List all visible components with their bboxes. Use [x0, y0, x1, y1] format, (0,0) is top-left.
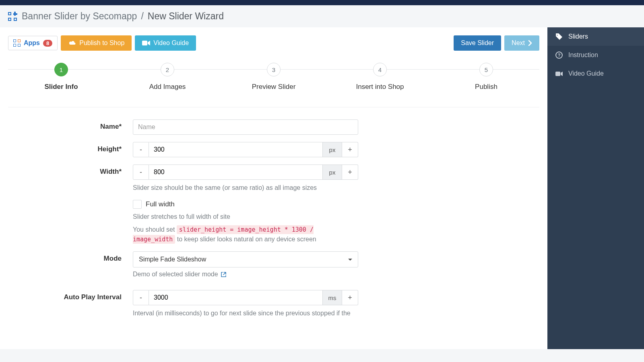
- breadcrumb-app[interactable]: Banner Slider by Secomapp: [22, 11, 137, 22]
- video-icon: [555, 71, 563, 76]
- autoplay-help: Interval (in milliseconds) to go for nex…: [133, 309, 358, 318]
- chevron-right-icon: [528, 40, 532, 46]
- svg-rect-0: [142, 41, 147, 45]
- save-label: Save Slider: [461, 39, 494, 47]
- help-icon: ?: [555, 51, 563, 59]
- cloud-icon: [68, 40, 76, 46]
- height-unit: px: [323, 142, 342, 157]
- autoplay-input[interactable]: [149, 290, 323, 305]
- toolbar: Apps 8 Publish to Shop Video Guide Save …: [8, 35, 539, 51]
- next-button[interactable]: Next: [504, 35, 539, 51]
- mode-demo-link[interactable]: Demo of selected slider mode: [133, 271, 358, 278]
- form-area: Name* Height* - px + Width*: [8, 107, 539, 318]
- name-input[interactable]: [133, 119, 358, 135]
- wizard-stepper: 1 Slider Info 2 Add Images 3 Preview Sli…: [8, 63, 539, 91]
- step-publish[interactable]: 5 Publish: [433, 63, 539, 91]
- mode-value: Simple Fade Slideshow: [139, 256, 206, 263]
- publish-button[interactable]: Publish to Shop: [61, 35, 132, 51]
- step-number: 4: [373, 63, 387, 76]
- step-slider-info[interactable]: 1 Slider Info: [8, 63, 114, 91]
- save-slider-button[interactable]: Save Slider: [454, 35, 501, 51]
- sidebar-item-label: Instruction: [568, 51, 598, 59]
- step-number: 2: [161, 63, 174, 76]
- video-icon: [142, 40, 150, 46]
- svg-rect-3: [555, 72, 560, 76]
- sidebar-item-label: Sliders: [568, 33, 588, 40]
- autoplay-decrement-button[interactable]: -: [133, 290, 149, 305]
- next-label: Next: [512, 39, 525, 47]
- right-sidebar: Sliders ? Instruction Video Guide: [547, 27, 644, 349]
- step-label: Add Images: [114, 83, 221, 91]
- step-preview-slider[interactable]: 3 Preview Slider: [221, 63, 327, 91]
- tag-icon: [555, 33, 563, 40]
- top-window-bar: [0, 0, 644, 5]
- autoplay-label: Auto Play Interval: [8, 290, 133, 301]
- apps-badge: 8: [43, 40, 52, 47]
- width-help: Slider size should be the same (or same …: [133, 183, 358, 193]
- video-guide-button[interactable]: Video Guide: [135, 35, 196, 51]
- width-decrement-button[interactable]: -: [133, 165, 149, 180]
- publish-label: Publish to Shop: [79, 39, 124, 47]
- sidebar-item-video-guide[interactable]: Video Guide: [547, 64, 644, 83]
- step-insert-into-shop[interactable]: 4 Insert into Shop: [327, 63, 433, 91]
- external-link-icon: [221, 272, 227, 278]
- step-number: 1: [54, 63, 68, 76]
- height-label: Height*: [8, 142, 133, 153]
- width-unit: px: [323, 165, 342, 180]
- width-increment-button[interactable]: +: [342, 165, 358, 180]
- height-decrement-button[interactable]: -: [133, 142, 149, 157]
- svg-text:?: ?: [558, 53, 561, 58]
- sidebar-item-label: Video Guide: [568, 70, 604, 77]
- fullwidth-help-2: You should set slider_height = image_hei…: [133, 225, 358, 244]
- fullwidth-help-1: Slider stretches to full width of site: [133, 212, 358, 222]
- mode-label: Mode: [8, 251, 133, 263]
- height-input[interactable]: [149, 142, 323, 157]
- step-label: Preview Slider: [221, 83, 327, 91]
- chevron-down-icon: [348, 259, 352, 261]
- autoplay-unit: ms: [323, 290, 342, 305]
- step-label: Slider Info: [8, 83, 114, 91]
- apps-label: Apps: [24, 39, 40, 47]
- breadcrumb-sep: /: [141, 11, 143, 22]
- sidebar-item-sliders[interactable]: Sliders: [547, 27, 644, 46]
- breadcrumb: Banner Slider by Secomapp / New Slider W…: [22, 11, 224, 22]
- autoplay-increment-button[interactable]: +: [342, 290, 358, 305]
- main-panel: Apps 8 Publish to Shop Video Guide Save …: [0, 27, 547, 349]
- breadcrumb-bar: Banner Slider by Secomapp / New Slider W…: [0, 5, 644, 27]
- name-label: Name*: [8, 119, 133, 131]
- width-input[interactable]: [149, 165, 323, 180]
- app-grid-icon: [8, 12, 17, 21]
- width-label: Width*: [8, 165, 133, 176]
- step-number: 3: [267, 63, 281, 76]
- step-add-images[interactable]: 2 Add Images: [114, 63, 221, 91]
- step-label: Insert into Shop: [327, 83, 433, 91]
- fullwidth-checkbox[interactable]: [133, 200, 142, 209]
- mode-select[interactable]: Simple Fade Slideshow: [133, 251, 358, 267]
- height-increment-button[interactable]: +: [342, 142, 358, 157]
- sidebar-item-instruction[interactable]: ? Instruction: [547, 46, 644, 64]
- step-label: Publish: [433, 83, 539, 91]
- apps-grid-icon: [13, 39, 21, 47]
- video-guide-label: Video Guide: [153, 39, 189, 47]
- fullwidth-label: Full width: [146, 200, 175, 208]
- apps-button[interactable]: Apps 8: [8, 36, 58, 50]
- step-number: 5: [479, 63, 493, 76]
- breadcrumb-current: New Slider Wizard: [148, 11, 224, 22]
